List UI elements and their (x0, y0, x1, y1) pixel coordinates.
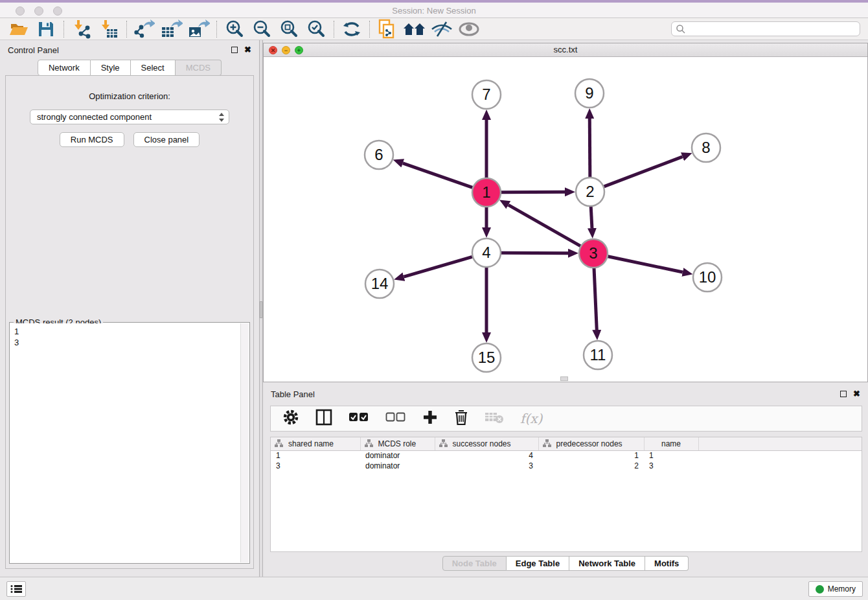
node-15[interactable]: 15 (472, 343, 501, 372)
mcds-result-list[interactable]: 1 3 (10, 323, 240, 562)
import-table-icon[interactable] (95, 19, 122, 39)
save-session-icon[interactable] (32, 19, 60, 39)
close-table-panel-icon[interactable]: ✖ (853, 391, 860, 397)
edge-1-2[interactable] (501, 192, 565, 192)
column-type-icon (543, 439, 551, 448)
edge-3-11[interactable] (594, 268, 597, 330)
cell-name[interactable]: 1 (644, 450, 698, 461)
network-maximize-button[interactable]: + (295, 46, 303, 54)
memory-button[interactable]: Memory (808, 581, 863, 597)
control-panel-tabs: Network Style Select MCDS (0, 60, 259, 76)
node-7[interactable]: 7 (472, 80, 501, 109)
zoom-out-icon[interactable] (248, 19, 275, 39)
node-9[interactable]: 9 (575, 79, 604, 108)
column-header-name[interactable]: name (644, 437, 698, 450)
cell-MCDS-role[interactable]: dominator (360, 450, 435, 461)
gear-icon[interactable] (282, 409, 299, 428)
zoom-in-icon[interactable] (221, 19, 248, 39)
network-overview-icon[interactable] (401, 19, 428, 39)
column-header-shared-name[interactable]: shared name (271, 437, 360, 450)
result-scrollbar[interactable] (240, 323, 249, 562)
toolbar-separator (63, 21, 64, 38)
splitter-handle[interactable] (260, 301, 262, 318)
canvas-scroll-thumb[interactable] (560, 376, 568, 381)
delete-icon[interactable] (454, 409, 468, 428)
toolbar-separator (216, 21, 217, 38)
cell-predecessor-nodes[interactable]: 1 (538, 450, 644, 461)
tab-mcds[interactable]: MCDS (176, 60, 222, 76)
edge-2-3[interactable] (591, 207, 592, 228)
duplicate-network-icon[interactable] (374, 19, 401, 39)
optimization-criterion-select[interactable]: strongly connected component (30, 110, 229, 124)
network-minimize-button[interactable]: − (282, 46, 290, 54)
network-graph[interactable]: 7968124314101511 (264, 57, 867, 382)
edge-2-9[interactable] (589, 119, 590, 177)
node-2[interactable]: 2 (576, 178, 604, 206)
network-window-titlebar[interactable]: ✕ − + scc.txt (264, 43, 867, 57)
zoom-selected-icon[interactable] (303, 19, 330, 39)
close-panel-icon[interactable]: ✖ (244, 47, 251, 53)
float-table-panel-icon[interactable] (840, 391, 847, 397)
tab-select[interactable]: Select (131, 60, 176, 76)
open-session-icon[interactable] (5, 19, 32, 39)
cell-successor-nodes[interactable]: 3 (435, 461, 538, 471)
cell-name[interactable]: 3 (644, 461, 698, 471)
chevron-up-down-icon (217, 112, 226, 122)
tab-motifs[interactable]: Motifs (645, 556, 689, 571)
node-6[interactable]: 6 (365, 141, 393, 169)
edge-1-6[interactable] (403, 163, 472, 188)
node-4[interactable]: 4 (472, 238, 501, 267)
edge-4-3[interactable] (501, 253, 568, 253)
tab-network[interactable]: Network (38, 60, 91, 76)
cell-predecessor-nodes[interactable]: 2 (538, 461, 644, 471)
svg-text:4: 4 (482, 244, 490, 261)
table-row[interactable]: 3dominator323 (271, 461, 862, 471)
cell-shared-name[interactable]: 3 (271, 461, 360, 471)
add-column-icon[interactable] (422, 410, 438, 428)
tab-edge-table[interactable]: Edge Table (507, 556, 569, 571)
select-all-icon[interactable] (348, 412, 369, 425)
search-field[interactable] (671, 21, 860, 36)
column-type-icon (275, 439, 283, 448)
cell-shared-name[interactable]: 1 (271, 450, 360, 461)
search-input[interactable] (686, 25, 856, 34)
table-row[interactable]: 1dominator411 (271, 450, 862, 461)
column-header-predecessor-nodes[interactable]: predecessor nodes (538, 437, 644, 450)
column-header-MCDS-role[interactable]: MCDS role (360, 437, 435, 450)
svg-text:2: 2 (586, 183, 594, 200)
node-10[interactable]: 10 (693, 263, 722, 292)
refresh-icon[interactable] (338, 19, 365, 39)
edge-2-8[interactable] (604, 157, 683, 187)
hide-panel-icon[interactable] (428, 19, 455, 39)
export-network-icon[interactable] (131, 19, 158, 39)
node-11[interactable]: 11 (584, 341, 612, 369)
import-network-icon[interactable] (68, 19, 95, 39)
export-image-icon[interactable] (185, 19, 212, 39)
tab-network-table[interactable]: Network Table (569, 556, 645, 571)
float-panel-icon[interactable] (231, 47, 238, 53)
node-table[interactable]: shared nameMCDS rolesuccessor nodesprede… (270, 437, 862, 552)
tab-node-table[interactable]: Node Table (442, 556, 507, 571)
run-mcds-button[interactable]: Run MCDS (60, 132, 124, 147)
task-history-button[interactable] (6, 581, 26, 597)
cell-successor-nodes[interactable]: 4 (435, 450, 538, 461)
node-14[interactable]: 14 (365, 270, 394, 298)
network-canvas[interactable]: 7968124314101511 (264, 57, 867, 382)
node-8[interactable]: 8 (692, 133, 720, 162)
svg-text:3: 3 (589, 244, 597, 262)
edge-3-1[interactable] (508, 205, 580, 246)
close-panel-button[interactable]: Close panel (133, 132, 200, 147)
node-1[interactable]: 1 (472, 178, 501, 207)
export-table-icon[interactable] (158, 19, 185, 39)
edge-4-14[interactable] (404, 257, 472, 277)
deselect-all-icon[interactable] (385, 412, 406, 425)
node-3[interactable]: 3 (579, 239, 608, 268)
tab-style[interactable]: Style (91, 60, 131, 76)
cell-MCDS-role[interactable]: dominator (360, 461, 435, 471)
column-header-successor-nodes[interactable]: successor nodes (435, 437, 538, 450)
zoom-fit-icon[interactable] (275, 19, 303, 39)
network-close-button[interactable]: ✕ (269, 46, 277, 54)
edge-3-10[interactable] (608, 257, 683, 272)
split-view-icon[interactable] (315, 409, 332, 428)
show-panel-icon[interactable] (455, 19, 483, 39)
